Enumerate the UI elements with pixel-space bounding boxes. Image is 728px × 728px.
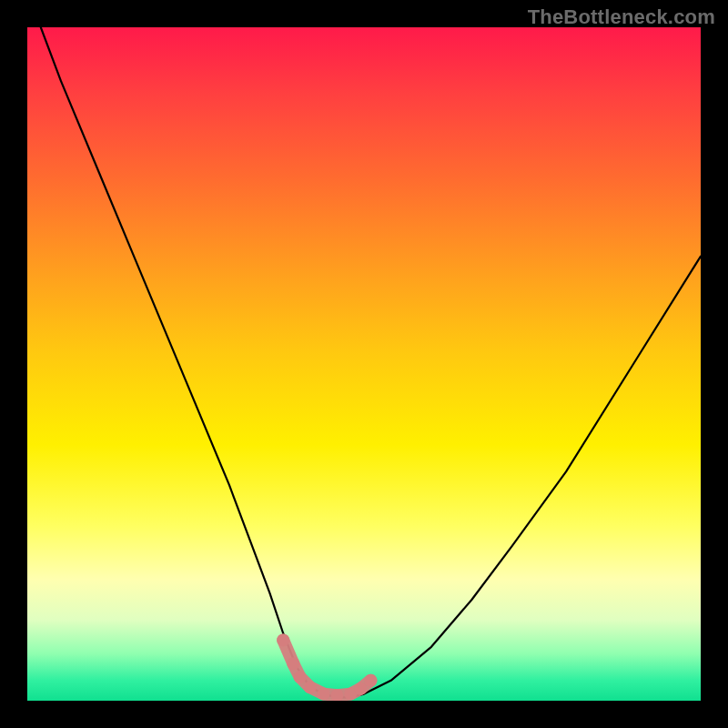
curve-path xyxy=(41,27,701,697)
valley-dot xyxy=(294,671,307,683)
watermark-label: TheBottleneck.com xyxy=(528,5,715,29)
valley-dot xyxy=(287,657,299,670)
chart-frame: TheBottleneck.com xyxy=(0,0,728,728)
valley-dot xyxy=(277,633,289,646)
valley-dot xyxy=(364,674,377,687)
bottleneck-curve xyxy=(41,27,701,697)
chart-svg xyxy=(27,27,701,701)
valley-dot xyxy=(318,688,330,701)
plot-area xyxy=(27,27,701,701)
valley-dots xyxy=(277,633,377,701)
valley-dot xyxy=(354,682,367,695)
valley-dot xyxy=(304,681,317,693)
